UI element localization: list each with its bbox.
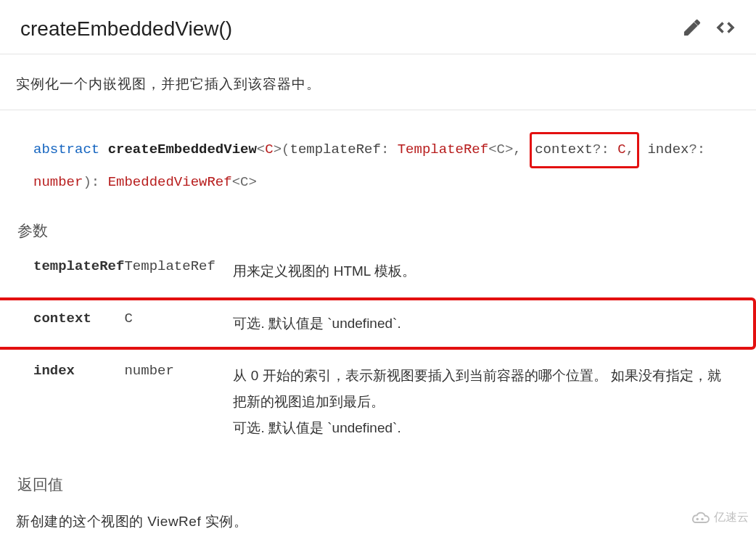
watermark-text: 亿速云 [714, 510, 749, 525]
param-name: templateRef [0, 245, 124, 297]
param-name: index [0, 350, 124, 454]
params-heading: 参数 [0, 203, 756, 245]
edit-icon[interactable] [682, 17, 702, 41]
method-description: 实例化一个内嵌视图，并把它插入到该容器中。 [0, 54, 756, 110]
returns-description: 新创建的这个视图的 ViewRef 实例。 [0, 499, 756, 533]
cloud-icon [689, 511, 711, 525]
param-desc: 用来定义视图的 HTML 模板。 [233, 245, 756, 297]
method-title: createEmbeddedView() [20, 17, 682, 41]
param-type: C [124, 297, 233, 350]
param-type: number [124, 350, 233, 454]
highlight-context-param: context?: C, [530, 132, 639, 168]
params-table: templateRef TemplateRef 用来定义视图的 HTML 模板。… [0, 245, 756, 454]
code-icon[interactable] [715, 17, 736, 41]
param-row-templateRef: templateRef TemplateRef 用来定义视图的 HTML 模板。 [0, 245, 756, 297]
param-row-context: context C 可选. 默认值是 `undefined`. [0, 297, 756, 350]
sig-method-name: createEmbeddedView [108, 141, 257, 157]
svg-point-0 [697, 518, 699, 520]
param-desc: 从 0 开始的索引，表示新视图要插入到当前容器的哪个位置。 如果没有指定，就把新… [233, 350, 756, 454]
param-desc: 可选. 默认值是 `undefined`. [233, 297, 756, 350]
param-row-index: index number 从 0 开始的索引，表示新视图要插入到当前容器的哪个位… [0, 350, 756, 454]
param-type: TemplateRef [124, 245, 233, 297]
keyword-abstract: abstract [33, 141, 99, 157]
method-signature: abstract createEmbeddedView<C>(templateR… [0, 110, 756, 203]
watermark: 亿速云 [689, 510, 749, 525]
svg-point-1 [701, 518, 703, 520]
header-actions [682, 17, 736, 41]
method-header: createEmbeddedView() [0, 0, 756, 54]
returns-heading: 返回值 [0, 454, 756, 499]
param-name: context [0, 297, 124, 350]
